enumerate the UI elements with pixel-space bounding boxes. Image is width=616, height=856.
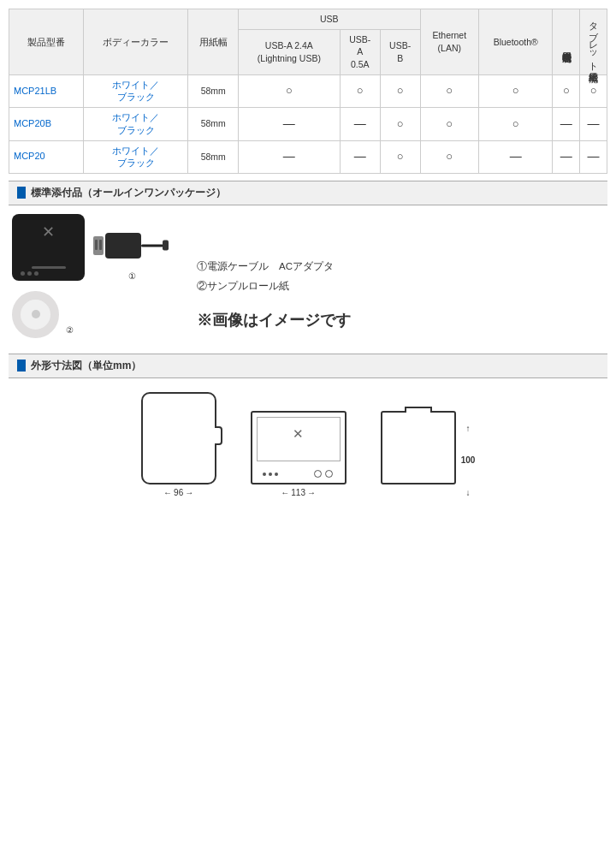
dimensions-title: 外形寸法図（単位mm）: [31, 359, 141, 373]
usbb-mcp20: ○: [380, 140, 420, 173]
peri-mcp20b: —: [553, 108, 580, 140]
accessories-items: ①電源ケーブル ACアダプタ ②サンプルロール紙: [197, 257, 351, 296]
header-usb-group: USB: [239, 9, 421, 30]
button-icon: [34, 271, 38, 276]
dim-value-113: 113: [291, 488, 305, 497]
eth-mcp20b: ○: [420, 108, 478, 140]
accessories-text-column: ①電源ケーブル ACアダプタ ②サンプルロール紙 ※画像はイメージです: [197, 214, 351, 330]
accessories-title: 標準添付品（オールインワンパッケージ）: [31, 186, 226, 200]
dimensions-section-header: 外形寸法図（単位mm）: [9, 354, 607, 378]
header-paper: 用紙幅: [188, 9, 239, 75]
adapter-cable: [141, 244, 163, 247]
accessories-section-header: 標準添付品（オールインワンパッケージ）: [9, 181, 607, 205]
blue-accent-icon: [17, 187, 26, 199]
usb05-mcp20: —: [340, 140, 380, 173]
bt-mcp20b: ○: [478, 108, 553, 140]
dim-value-96: 96: [174, 488, 183, 497]
table-row: MCP21LB ホワイト／ブラック 58mm ○ ○ ○ ○ ○ ○ ○: [9, 74, 607, 107]
header-usb-a-05: USB-A0.5A: [340, 29, 380, 74]
circle-icon: [325, 470, 333, 478]
front-view-group: ✕ ← 113 →: [251, 411, 346, 497]
color-mcp21lb: ホワイト／ブラック: [83, 74, 188, 107]
header-ethernet: Ethernet(LAN): [420, 9, 478, 75]
adapter-body: [105, 233, 141, 259]
peri-mcp21lb: ○: [553, 74, 580, 107]
roll-image: [12, 291, 59, 338]
dim-down-arrow-icon: ↓: [466, 488, 471, 497]
usb05-mcp21lb: ○: [340, 74, 380, 107]
color-mcp20b: ホワイト／ブラック: [83, 108, 188, 140]
prong-detail: [99, 240, 102, 250]
prong-detail: [95, 240, 98, 250]
dot-icon: [263, 473, 266, 476]
paper-mcp21lb: 58mm: [188, 74, 239, 107]
dim-arrow-left2-icon: ←: [281, 488, 289, 497]
paper-mcp20b: 58mm: [188, 108, 239, 140]
star-mark-icon: ✕: [42, 223, 55, 241]
table-row: MCP20 ホワイト／ブラック 58mm — — ○ ○ — — —: [9, 140, 607, 173]
usb24-mcp20b: —: [239, 108, 341, 140]
dim-up-arrow-icon: ↑: [466, 424, 471, 433]
printer-star-icon: ✕: [293, 426, 304, 442]
accessories-content: ✕: [0, 205, 616, 347]
accessory-item-1: ①電源ケーブル ACアダプタ: [197, 257, 351, 276]
printer-slot: [32, 266, 66, 269]
adapter-image: [93, 217, 170, 275]
button-icon: [21, 271, 25, 276]
side-view-inner: [381, 411, 456, 497]
notice-text: ※画像はイメージです: [197, 310, 351, 330]
color-mcp20: ホワイト／ブラック: [83, 140, 188, 173]
printer-image: ✕: [12, 214, 85, 281]
dimension-drawings: ← 96 → ✕ ← 113 →: [0, 378, 616, 514]
spec-table-wrapper: 製品型番 ボディーカラー 用紙幅 USB Ethernet(LAN) Bluet…: [0, 0, 616, 174]
dot-icon: [269, 473, 272, 476]
dim-height-value: 100: [461, 455, 476, 465]
roll-row: ②: [12, 291, 183, 338]
top-view-group: ← 96 →: [141, 392, 216, 497]
dim-spacer: [417, 488, 419, 497]
roll-core-icon: [32, 310, 40, 318]
peri-mcp20: —: [553, 140, 580, 173]
model-mcp21lb: MCP21LB: [9, 74, 84, 107]
header-color: ボディーカラー: [83, 9, 188, 75]
adapter-prong: [93, 236, 104, 255]
usbb-mcp20b: ○: [380, 108, 420, 140]
dim-arrow-right2-icon: →: [307, 488, 316, 497]
model-mcp20: MCP20: [9, 140, 84, 173]
usb24-mcp20: —: [239, 140, 341, 173]
accessory-item-2: ②サンプルロール紙: [197, 276, 351, 296]
header-model: 製品型番: [9, 9, 84, 75]
bt-mcp21lb: ○: [478, 74, 553, 107]
circle-icon: [314, 470, 322, 478]
dot-icon: [275, 473, 278, 476]
model-mcp20b: MCP20B: [9, 108, 84, 140]
tablet-mcp21lb: ○: [580, 74, 607, 107]
front-dots: [263, 473, 278, 476]
button-icon: [27, 271, 32, 276]
accessory-images: ✕: [12, 214, 183, 338]
adapter-group: ①: [93, 217, 170, 281]
front-view-drawing: ✕: [251, 411, 346, 484]
front-circles: [314, 470, 333, 478]
top-protrusion-drawing: [405, 407, 432, 413]
spec-table: 製品型番 ボディーカラー 用紙幅 USB Ethernet(LAN) Bluet…: [9, 9, 607, 174]
dim-height-group: ↑ 100 ↓: [461, 424, 476, 497]
side-view-group: ↑ 100 ↓: [381, 411, 476, 497]
dim-width-2: ← 113 →: [281, 488, 316, 497]
side-view-drawing: [381, 411, 456, 484]
header-tablet: タブレット給電機能: [580, 9, 607, 75]
header-usb-a-24: USB-A 2.4A(Lightning USB): [239, 29, 341, 74]
side-button-drawing: [215, 426, 222, 445]
cable-end-icon: [163, 240, 169, 250]
blue-accent-dim-icon: [17, 360, 26, 372]
paper-mcp20: 58mm: [188, 140, 239, 173]
usb05-mcp20b: —: [340, 108, 380, 140]
roll-number-label: ②: [66, 325, 74, 335]
eth-mcp21lb: ○: [420, 74, 478, 107]
dim-width-1: ← 96 →: [163, 488, 193, 497]
dim-arrow-right-icon: →: [185, 488, 193, 497]
header-bluetooth: Bluetooth®: [478, 9, 553, 75]
usbb-mcp21lb: ○: [380, 74, 420, 107]
tablet-mcp20: —: [580, 140, 607, 173]
bt-mcp20: —: [478, 140, 553, 173]
